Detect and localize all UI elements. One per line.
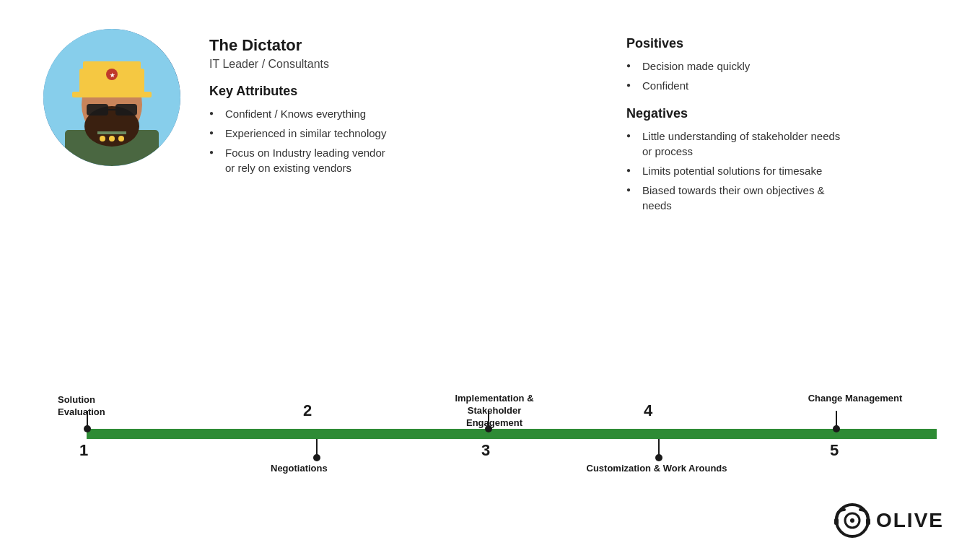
positives-title: Positives [626,36,937,51]
svg-rect-22 [866,518,870,525]
dot-2 [313,454,320,461]
num-1: 1 [79,441,88,460]
avatar: ★ [43,29,180,166]
negatives-list: Little understanding of stakeholder need… [626,129,937,213]
num-5: 5 [830,441,839,460]
timeline-section: Solution Evaluation 1 2 Negotiations Imp… [43,380,937,495]
svg-point-18 [118,136,124,141]
dot-3 [485,425,492,432]
top-section: ★ The Dictator IT Leader / Consultants K… [0,0,980,232]
negative-item-2: Limits potential solutions for timesake [626,163,937,178]
positive-item-2: Confident [626,78,937,93]
label-above-1: Solution Evaluation [58,394,137,419]
attribute-item-2: Experienced in similar technology [209,126,598,141]
dot-1 [84,425,91,432]
attribute-item-1: Confident / Knows everything [209,106,598,121]
num-2: 2 [303,401,312,420]
positive-item-1: Decision made quickly [626,58,937,74]
right-section: Positives Decision made quickly Confiden… [626,29,937,217]
label-above-3: Implementation & StakeholderEngagement [437,393,552,430]
svg-rect-12 [87,104,108,116]
attribute-item-3: Focus on Industry leading vendoror rely … [209,145,598,175]
dot-4 [655,454,662,461]
profile-info: The Dictator IT Leader / Consultants Key… [209,29,598,217]
key-attributes-list: Confident / Knows everything Experienced… [209,106,598,175]
svg-rect-13 [115,104,137,116]
olive-logo: OLIVE [834,502,944,539]
timeline-wrapper: Solution Evaluation 1 2 Negotiations Imp… [43,380,937,495]
dot-5 [833,425,840,432]
svg-rect-8 [72,92,152,97]
positives-list: Decision made quickly Confident [626,58,937,93]
label-below-4: Customization & Work Arounds [574,463,740,475]
olive-logo-icon [834,502,870,539]
svg-point-17 [100,136,105,141]
person-role: IT Leader / Consultants [209,58,598,71]
key-attributes-title: Key Attributes [209,84,598,99]
negative-item-1: Little understanding of stakeholder need… [626,129,937,159]
num-4: 4 [644,401,652,420]
olive-logo-text: OLIVE [876,509,944,532]
negatives-title: Negatives [626,106,937,121]
negative-item-3: Biased towards their own objectives &nee… [626,183,937,213]
person-name: The Dictator [209,36,598,55]
label-below-2: Negotiations [271,463,328,475]
svg-point-16 [109,136,115,141]
label-above-5: Change Management [790,393,920,405]
avatar-container: ★ [43,29,180,166]
svg-text:★: ★ [110,72,115,79]
avatar-image: ★ [43,29,180,166]
num-3: 3 [481,441,490,460]
timeline-line [87,429,937,439]
svg-point-23 [850,518,854,523]
svg-rect-21 [834,518,839,525]
svg-rect-15 [97,131,126,134]
